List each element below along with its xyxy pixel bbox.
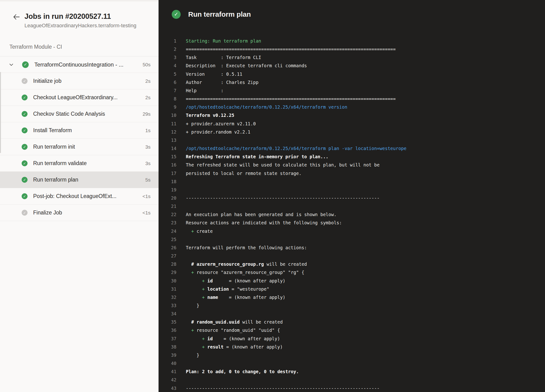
job-row[interactable]: ✓TerraformContinuousIntegration - ...50s (0, 56, 159, 73)
line-number[interactable]: 43 (159, 384, 176, 392)
log-line: 29 + resource "azurerm_resource_group" "… (159, 268, 545, 276)
line-number[interactable]: 32 (159, 293, 176, 301)
line-number[interactable]: 8 (159, 95, 176, 103)
line-content: Resource actions are indicated with the … (186, 219, 342, 227)
step-label: Run terraform init (33, 144, 141, 150)
jobs-sidebar: Jobs in run #20200527.11 LeagueOfExtraor… (0, 0, 159, 392)
line-number[interactable]: 36 (159, 326, 176, 334)
log-line: 7Help : (159, 86, 545, 95)
step-label: Initialize job (33, 78, 141, 84)
log-line: 34 (159, 310, 545, 318)
line-number[interactable]: 35 (159, 318, 176, 326)
job-step-row[interactable]: ✓Checkout LeagueOfExtraordinary...2s (0, 89, 159, 106)
log-line: 12+ provider.random v2.2.1 (159, 128, 545, 136)
job-step-row[interactable]: ✓Run terraform validate3s (0, 155, 159, 172)
line-number[interactable]: 19 (159, 186, 176, 194)
line-number[interactable]: 10 (159, 111, 176, 119)
log-line: 24 + create (159, 227, 545, 235)
line-number[interactable]: 39 (159, 351, 176, 359)
step-duration: 1s (145, 128, 150, 133)
line-number[interactable]: 24 (159, 227, 176, 235)
log-line: 36 + resource "random_uuid" "uuid" { (159, 326, 545, 334)
log-line: 31 + location = "westeurope" (159, 285, 545, 293)
line-number[interactable]: 26 (159, 244, 176, 252)
log-line: 8=======================================… (159, 95, 545, 103)
line-number[interactable]: 30 (159, 277, 176, 285)
line-number[interactable]: 3 (159, 53, 176, 61)
line-number[interactable]: 18 (159, 178, 176, 186)
step-duration: 2s (145, 78, 150, 84)
jobs-run-page: Jobs in run #20200527.11 LeagueOfExtraor… (0, 0, 545, 392)
step-label: Checkout LeagueOfExtraordinary... (33, 94, 141, 101)
line-number[interactable]: 42 (159, 376, 176, 384)
job-step-row[interactable]: ✓Initialize job2s (0, 73, 159, 89)
line-number[interactable]: 9 (159, 103, 176, 111)
job-step-row[interactable]: ✓Finalize Job<1s (0, 205, 159, 221)
line-number[interactable]: 2 (159, 45, 176, 53)
line-number[interactable]: 37 (159, 335, 176, 343)
line-number[interactable]: 20 (159, 194, 176, 202)
line-number[interactable]: 16 (159, 161, 176, 169)
line-content: Description : Execute terraform cli comm… (186, 61, 307, 70)
line-number[interactable]: 38 (159, 343, 176, 351)
line-number[interactable]: 4 (159, 61, 176, 70)
line-number[interactable]: 17 (159, 169, 176, 178)
job-step-row[interactable]: ✓Run terraform init3s (0, 139, 159, 155)
line-number[interactable]: 33 (159, 301, 176, 310)
line-number[interactable]: 28 (159, 260, 176, 268)
success-check-circle-icon: ✓ (22, 111, 28, 117)
log-panel: ✓ Run terraform plan 1Starting: Run terr… (159, 0, 545, 392)
step-duration: <1s (142, 210, 150, 216)
line-content: ----------------------------------------… (186, 384, 380, 392)
log-line: 22An execution plan has been generated a… (159, 210, 545, 219)
line-number[interactable]: 29 (159, 268, 176, 276)
line-content: } (186, 301, 199, 310)
line-number[interactable]: 41 (159, 368, 176, 376)
line-content: ========================================… (186, 95, 396, 103)
line-number[interactable]: 5 (159, 70, 176, 78)
step-label: Post-job: Checkout LeagueOfExt... (33, 193, 138, 199)
back-button[interactable] (12, 13, 21, 21)
step-label: Run terraform validate (33, 160, 141, 166)
line-number[interactable]: 1 (159, 37, 176, 45)
log-line: 40 (159, 359, 545, 368)
line-number[interactable]: 7 (159, 86, 176, 95)
line-number[interactable]: 11 (159, 120, 176, 128)
line-number[interactable]: 27 (159, 252, 176, 260)
line-content: + name = (known after apply) (186, 293, 285, 301)
line-content: persisted to local or remote state stora… (186, 169, 302, 178)
log-line: 9/opt/hostedtoolcache/terraform/0.12.25/… (159, 103, 545, 111)
line-content: + create (186, 227, 213, 235)
step-duration: <1s (142, 194, 150, 199)
line-number[interactable]: 23 (159, 219, 176, 227)
line-number[interactable]: 14 (159, 144, 176, 153)
job-step-row[interactable]: ✓Run terraform plan5s (0, 172, 159, 188)
step-label: Run terraform plan (33, 177, 141, 183)
line-number[interactable]: 6 (159, 78, 176, 86)
log-viewer: 1Starting: Run terraform plan2==========… (159, 37, 545, 392)
sidebar-scrollbar[interactable] (0, 72, 1, 153)
job-step-row[interactable]: ✓Install Terraform1s (0, 122, 159, 139)
line-content: An execution plan has been generated and… (186, 210, 337, 219)
line-number[interactable]: 31 (159, 285, 176, 293)
line-number[interactable]: 34 (159, 310, 176, 318)
line-number[interactable]: 21 (159, 202, 176, 210)
job-label: TerraformContinuousIntegration - ... (34, 61, 138, 68)
line-number[interactable]: 13 (159, 136, 176, 144)
job-step-row[interactable]: ✓Checkov Static Code Analysis29s (0, 106, 159, 122)
line-number[interactable]: 15 (159, 153, 176, 161)
job-step-row[interactable]: ✓Post-job: Checkout LeagueOfExt...<1s (0, 188, 159, 205)
chevron-down-icon[interactable] (9, 62, 14, 67)
line-content: Refreshing Terraform state in-memory pri… (186, 153, 328, 161)
line-number[interactable]: 40 (159, 359, 176, 368)
job-duration: 50s (142, 62, 150, 67)
line-number[interactable]: 12 (159, 128, 176, 136)
line-number[interactable]: 22 (159, 210, 176, 219)
log-line: 26Terraform will perform the following a… (159, 244, 545, 252)
line-content: + id = (known after apply) (186, 335, 280, 343)
step-duration: 2s (145, 95, 150, 100)
log-line: 1Starting: Run terraform plan (159, 37, 545, 45)
log-line: 14/opt/hostedtoolcache/terraform/0.12.25… (159, 144, 545, 153)
log-line: 35 # random_uuid.uuid will be created (159, 318, 545, 326)
line-number[interactable]: 25 (159, 235, 176, 244)
